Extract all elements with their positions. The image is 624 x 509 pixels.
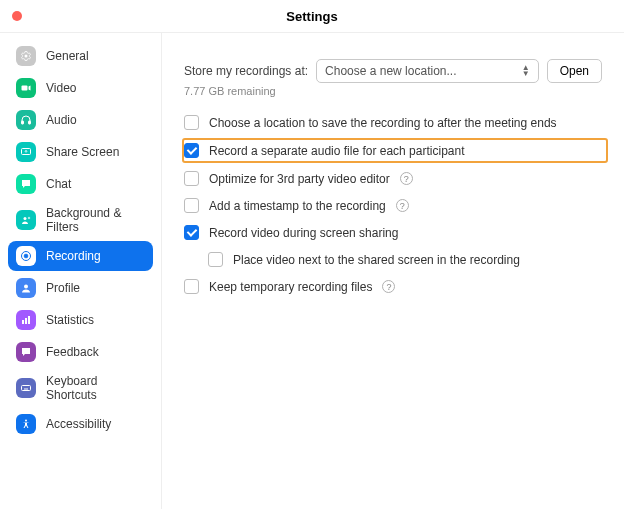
- svg-rect-4: [29, 121, 31, 124]
- sidebar-item-recording[interactable]: Recording: [8, 241, 153, 271]
- sidebar-item-video[interactable]: Video: [8, 73, 153, 103]
- store-location-row: Store my recordings at: Choose a new loc…: [184, 59, 602, 83]
- checkbox[interactable]: [184, 143, 199, 158]
- option-label: Optimize for 3rd party video editor: [209, 172, 390, 186]
- record-icon: [16, 246, 36, 266]
- share-screen-icon: [16, 142, 36, 162]
- svg-rect-16: [22, 386, 31, 391]
- content-wrap: General Video Audio Share Screen Chat: [0, 32, 624, 509]
- sidebar-item-chat[interactable]: Chat: [8, 169, 153, 199]
- checkbox[interactable]: [208, 252, 223, 267]
- checkbox[interactable]: [184, 198, 199, 213]
- svg-rect-10: [22, 320, 24, 324]
- options-list: Choose a location to save the recording …: [184, 115, 602, 294]
- headphones-icon: [16, 110, 36, 130]
- svg-point-14: [26, 351, 27, 352]
- sidebar-item-profile[interactable]: Profile: [8, 273, 153, 303]
- svg-point-6: [24, 217, 27, 220]
- gear-icon: [16, 46, 36, 66]
- svg-rect-1: [22, 86, 28, 91]
- option-add-timestamp[interactable]: Add a timestamp to the recording ?: [184, 198, 602, 213]
- checkbox[interactable]: [184, 115, 199, 130]
- sidebar-item-label: Recording: [46, 249, 101, 263]
- option-label: Choose a location to save the recording …: [209, 116, 557, 130]
- sidebar-item-audio[interactable]: Audio: [8, 105, 153, 135]
- sidebar-item-feedback[interactable]: Feedback: [8, 337, 153, 367]
- svg-rect-11: [25, 318, 27, 324]
- help-icon[interactable]: ?: [396, 199, 409, 212]
- sidebar-item-label: General: [46, 49, 89, 63]
- video-icon: [16, 78, 36, 98]
- location-select[interactable]: Choose a new location... ▲▼: [316, 59, 539, 83]
- svg-point-13: [24, 351, 25, 352]
- sidebar-item-keyboard-shortcuts[interactable]: Keyboard Shortcuts: [8, 369, 153, 407]
- open-button[interactable]: Open: [547, 59, 602, 83]
- option-label: Add a timestamp to the recording: [209, 199, 386, 213]
- sidebar-item-accessibility[interactable]: Accessibility: [8, 409, 153, 439]
- keyboard-icon: [16, 378, 36, 398]
- option-choose-location[interactable]: Choose a location to save the recording …: [184, 115, 602, 130]
- option-label: Keep temporary recording files: [209, 280, 372, 294]
- store-location-label: Store my recordings at:: [184, 64, 308, 78]
- chat-icon: [16, 174, 36, 194]
- help-icon[interactable]: ?: [382, 280, 395, 293]
- svg-rect-12: [28, 316, 30, 324]
- checkbox[interactable]: [184, 279, 199, 294]
- svg-point-17: [25, 420, 27, 422]
- svg-point-0: [25, 55, 28, 58]
- checkbox[interactable]: [184, 171, 199, 186]
- svg-point-15: [28, 351, 29, 352]
- sidebar: General Video Audio Share Screen Chat: [0, 33, 162, 509]
- location-select-value: Choose a new location...: [325, 64, 456, 78]
- sidebar-item-statistics[interactable]: Statistics: [8, 305, 153, 335]
- sidebar-item-label: Accessibility: [46, 417, 111, 431]
- option-label: Record a separate audio file for each pa…: [209, 144, 465, 158]
- option-keep-temp-files[interactable]: Keep temporary recording files ?: [184, 279, 602, 294]
- svg-point-9: [24, 285, 28, 289]
- main-panel: Store my recordings at: Choose a new loc…: [162, 33, 624, 509]
- close-window-dot[interactable]: [12, 11, 22, 21]
- feedback-icon: [16, 342, 36, 362]
- titlebar: Settings: [0, 0, 624, 32]
- help-icon[interactable]: ?: [400, 172, 413, 185]
- sidebar-item-label: Chat: [46, 177, 71, 191]
- statistics-icon: [16, 310, 36, 330]
- svg-point-8: [24, 254, 28, 258]
- sidebar-item-label: Share Screen: [46, 145, 119, 159]
- profile-icon: [16, 278, 36, 298]
- sidebar-item-label: Video: [46, 81, 76, 95]
- svg-marker-2: [29, 86, 31, 91]
- updown-icon: ▲▼: [522, 65, 530, 77]
- checkbox[interactable]: [184, 225, 199, 240]
- sidebar-item-label: Audio: [46, 113, 77, 127]
- sidebar-item-label: Feedback: [46, 345, 99, 359]
- storage-remaining-text: 7.77 GB remaining: [184, 85, 602, 97]
- option-record-video-sharing[interactable]: Record video during screen sharing: [184, 225, 602, 240]
- sidebar-item-background-filters[interactable]: Background & Filters: [8, 201, 153, 239]
- window-title: Settings: [286, 9, 337, 24]
- sidebar-item-label: Keyboard Shortcuts: [46, 374, 145, 402]
- svg-rect-3: [22, 121, 24, 124]
- sidebar-item-share-screen[interactable]: Share Screen: [8, 137, 153, 167]
- sidebar-item-label: Statistics: [46, 313, 94, 327]
- sidebar-item-general[interactable]: General: [8, 41, 153, 71]
- sidebar-item-label: Profile: [46, 281, 80, 295]
- option-label: Record video during screen sharing: [209, 226, 398, 240]
- option-video-next-to-screen[interactable]: Place video next to the shared screen in…: [208, 252, 602, 267]
- sidebar-item-label: Background & Filters: [46, 206, 145, 234]
- accessibility-icon: [16, 414, 36, 434]
- option-label: Place video next to the shared screen in…: [233, 253, 520, 267]
- option-separate-audio[interactable]: Record a separate audio file for each pa…: [182, 138, 608, 163]
- user-sparkle-icon: [16, 210, 36, 230]
- option-optimize-editor[interactable]: Optimize for 3rd party video editor ?: [184, 171, 602, 186]
